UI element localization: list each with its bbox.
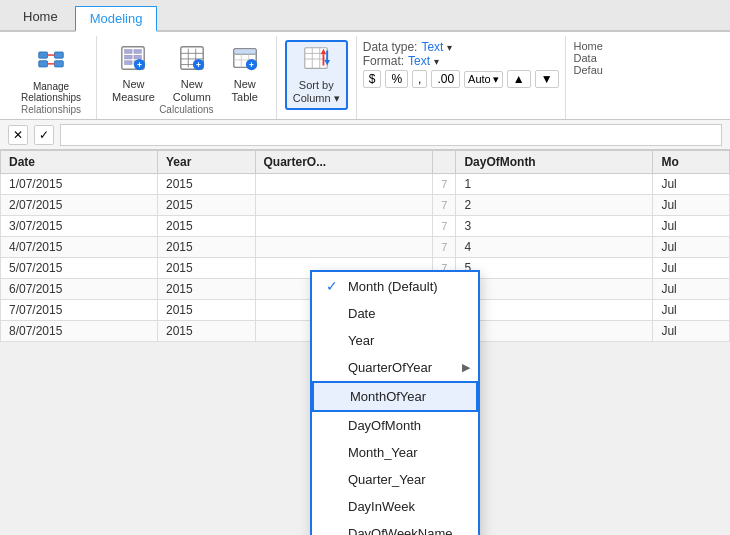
svg-rect-10	[134, 55, 141, 59]
table-row: 2/07/2015 2015 7 2 Jul	[1, 195, 730, 216]
currency-button[interactable]: $	[363, 70, 382, 88]
dropdown-item-label: Month_Year	[348, 445, 418, 460]
dropdown-item-year[interactable]: Year	[312, 327, 478, 354]
dropdown-item-quarterofyear[interactable]: QuarterOfYear▶	[312, 354, 478, 381]
confirm-button[interactable]: ✓	[34, 125, 54, 145]
new-column-button[interactable]: + NewColumn	[166, 40, 218, 108]
col-header-mo[interactable]: Mo	[653, 151, 730, 174]
check-icon: ✓	[326, 278, 342, 294]
percent-button[interactable]: %	[385, 70, 408, 88]
cell-number: 7	[433, 195, 456, 216]
ribbon: ManageRelationships Relationships	[0, 32, 730, 120]
new-table-button[interactable]: + NewTable	[222, 40, 268, 108]
cell-date: 1/07/2015	[1, 174, 158, 195]
sort-by-column-button[interactable]: Sort byColumn ▾	[285, 40, 348, 110]
new-table-icon: +	[231, 44, 259, 76]
dropdown-item-dayofweekname[interactable]: DayOfWeekName	[312, 520, 478, 535]
table-row: 3/07/2015 2015 7 3 Jul	[1, 216, 730, 237]
cell-year: 2015	[158, 174, 255, 195]
svg-text:+: +	[249, 60, 254, 70]
dropdown-item-monthofyear[interactable]: MonthOfYear	[312, 381, 478, 412]
cell-dayofmonth: 7	[456, 300, 653, 321]
datatype-dropdown-icon[interactable]: ▾	[447, 42, 452, 53]
cell-date: 5/07/2015	[1, 258, 158, 279]
manage-relationships-label: ManageRelationships	[21, 81, 81, 103]
cell-year: 2015	[158, 279, 255, 300]
cell-quarter	[255, 216, 433, 237]
ribbon-tabs: Home Modeling	[0, 0, 730, 32]
col-header-dayofmonth[interactable]: DayOfMonth	[456, 151, 653, 174]
new-measure-icon: +	[119, 44, 147, 76]
content-area: Date Year QuarterO... DayOfMonth Mo 1/07…	[0, 150, 730, 535]
dropdown-item-dayofmonth[interactable]: DayOfMonth	[312, 412, 478, 439]
table-row: 4/07/2015 2015 7 4 Jul	[1, 237, 730, 258]
increment-decimals[interactable]: ▲	[507, 70, 531, 88]
manage-relationships-button[interactable]: ManageRelationships	[14, 40, 88, 107]
cell-dayofmonth: 2	[456, 195, 653, 216]
svg-text:+: +	[196, 60, 201, 70]
cancel-button[interactable]: ✕	[8, 125, 28, 145]
cell-mo: Jul	[653, 237, 730, 258]
comma-button[interactable]: ,	[412, 70, 427, 88]
cell-year: 2015	[158, 216, 255, 237]
format-label: Format:	[363, 54, 404, 68]
cell-year: 2015	[158, 258, 255, 279]
svg-rect-8	[134, 50, 141, 54]
cell-number: 7	[433, 174, 456, 195]
cell-year: 2015	[158, 321, 255, 342]
dropdown-item-label: Quarter_Year	[348, 472, 426, 487]
svg-rect-11	[125, 61, 132, 65]
tab-modeling[interactable]: Modeling	[75, 6, 158, 32]
format-value[interactable]: Text	[408, 54, 430, 68]
datatype-row: Data type: Text ▾	[363, 40, 559, 54]
col-header-year[interactable]: Year	[158, 151, 255, 174]
dropdown-item-month-year[interactable]: Month_Year	[312, 439, 478, 466]
format-buttons-row: $ % , .00 Auto ▾ ▲ ▼	[363, 70, 559, 88]
new-measure-label: NewMeasure	[112, 78, 155, 104]
col-header-quartero[interactable]: QuarterO...	[255, 151, 433, 174]
dropdown-item-label: Month (Default)	[348, 279, 438, 294]
decrement-decimals[interactable]: ▼	[535, 70, 559, 88]
default-label: Defau	[574, 64, 603, 76]
cell-quarter	[255, 237, 433, 258]
dropdown-item-month-default[interactable]: ✓Month (Default)	[312, 272, 478, 300]
cell-dayofmonth: 4	[456, 237, 653, 258]
cell-year: 2015	[158, 300, 255, 321]
new-measure-button[interactable]: + NewMeasure	[105, 40, 162, 108]
cell-date: 6/07/2015	[1, 279, 158, 300]
sort-by-column-label: Sort byColumn ▾	[293, 79, 340, 105]
sort-by-column-dropdown: ✓Month (Default)DateYearQuarterOfYear▶Mo…	[310, 270, 480, 535]
dropdown-item-label: DayInWeek	[348, 499, 415, 514]
auto-dropdown[interactable]: Auto ▾	[464, 71, 503, 88]
data-label: Data	[574, 52, 603, 64]
cell-date: 7/07/2015	[1, 300, 158, 321]
formula-input[interactable]	[60, 124, 722, 146]
col-header-empty	[433, 151, 456, 174]
cell-mo: Jul	[653, 174, 730, 195]
svg-rect-3	[55, 61, 64, 67]
datatype-value[interactable]: Text	[421, 40, 443, 54]
cell-dayofmonth: 8	[456, 321, 653, 342]
cell-mo: Jul	[653, 216, 730, 237]
cell-number: 7	[433, 216, 456, 237]
relationships-group-label: Relationships	[21, 104, 81, 115]
format-dropdown-icon[interactable]: ▾	[434, 56, 439, 67]
new-table-label: NewTable	[232, 78, 258, 104]
cell-quarter	[255, 195, 433, 216]
dropdown-item-quarter-year[interactable]: Quarter_Year	[312, 466, 478, 493]
cell-date: 3/07/2015	[1, 216, 158, 237]
properties-section: Data type: Text ▾ Format: Text ▾ $ % , .…	[357, 36, 566, 119]
cell-date: 8/07/2015	[1, 321, 158, 342]
dropdown-item-date[interactable]: Date	[312, 300, 478, 327]
dropdown-item-label: Year	[348, 333, 374, 348]
tab-home[interactable]: Home	[8, 4, 73, 30]
cell-mo: Jul	[653, 279, 730, 300]
cell-mo: Jul	[653, 195, 730, 216]
dropdown-item-dayinweek[interactable]: DayInWeek	[312, 493, 478, 520]
right-labels: Home Data Defau	[566, 36, 611, 119]
decimal-button[interactable]: .00	[431, 70, 460, 88]
datatype-label: Data type:	[363, 40, 418, 54]
sort-by-column-icon	[302, 45, 330, 77]
col-header-date[interactable]: Date	[1, 151, 158, 174]
dropdown-item-label: QuarterOfYear	[348, 360, 432, 375]
